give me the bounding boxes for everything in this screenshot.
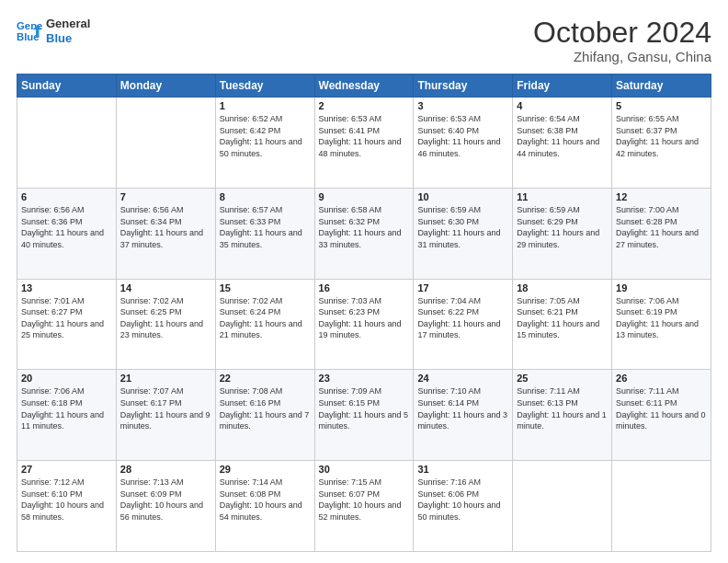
day-number: 23 [319,373,410,384]
calendar-cell: 1Sunrise: 6:52 AMSunset: 6:42 PMDaylight… [215,98,314,189]
cell-info: Sunrise: 7:05 AMSunset: 6:21 PMDaylight:… [517,295,608,341]
cell-info: Sunrise: 6:56 AMSunset: 6:36 PMDaylight:… [21,204,112,250]
cell-info: Sunrise: 7:04 AMSunset: 6:22 PMDaylight:… [417,295,508,341]
calendar-cell: 9Sunrise: 6:58 AMSunset: 6:32 PMDaylight… [314,188,414,279]
calendar-cell: 31Sunrise: 7:16 AMSunset: 6:06 PMDayligh… [414,461,513,552]
calendar-cell: 17Sunrise: 7:04 AMSunset: 6:22 PMDayligh… [414,279,513,370]
cell-info: Sunrise: 7:03 AMSunset: 6:23 PMDaylight:… [319,295,410,341]
day-header-saturday: Saturday [612,75,711,98]
cell-info: Sunrise: 7:06 AMSunset: 6:18 PMDaylight:… [21,385,112,431]
cell-info: Sunrise: 6:53 AMSunset: 6:40 PMDaylight:… [417,113,508,159]
calendar-cell: 12Sunrise: 7:00 AMSunset: 6:28 PMDayligh… [612,188,711,279]
cell-info: Sunrise: 6:58 AMSunset: 6:32 PMDaylight:… [319,204,410,250]
day-number: 8 [220,191,311,202]
day-number: 1 [220,100,311,111]
cell-info: Sunrise: 7:07 AMSunset: 6:17 PMDaylight:… [120,385,211,431]
calendar-header-row: SundayMondayTuesdayWednesdayThursdayFrid… [17,75,711,98]
week-row-3: 13Sunrise: 7:01 AMSunset: 6:27 PMDayligh… [17,279,711,370]
calendar-cell: 5Sunrise: 6:55 AMSunset: 6:37 PMDaylight… [612,98,711,189]
week-row-1: 1Sunrise: 6:52 AMSunset: 6:42 PMDaylight… [17,98,711,189]
logo-icon: General Blue [17,18,42,44]
cell-info: Sunrise: 7:08 AMSunset: 6:16 PMDaylight:… [220,385,311,431]
calendar-cell: 29Sunrise: 7:14 AMSunset: 6:08 PMDayligh… [215,461,314,552]
cell-info: Sunrise: 7:06 AMSunset: 6:19 PMDaylight:… [616,295,707,341]
calendar-cell: 30Sunrise: 7:15 AMSunset: 6:07 PMDayligh… [314,461,414,552]
day-number: 11 [517,191,608,202]
calendar-cell: 24Sunrise: 7:10 AMSunset: 6:14 PMDayligh… [414,370,513,461]
title-block: October 2024 Zhifang, Gansu, China [533,17,711,64]
cell-info: Sunrise: 7:11 AMSunset: 6:11 PMDaylight:… [616,385,707,431]
cell-info: Sunrise: 7:09 AMSunset: 6:15 PMDaylight:… [319,385,410,431]
day-number: 15 [220,282,311,293]
week-row-4: 20Sunrise: 7:06 AMSunset: 6:18 PMDayligh… [17,370,711,461]
day-number: 6 [21,191,112,202]
day-number: 10 [417,191,508,202]
day-number: 5 [616,100,707,111]
calendar-cell [612,461,711,552]
cell-info: Sunrise: 7:13 AMSunset: 6:09 PMDaylight:… [120,477,211,523]
cell-info: Sunrise: 7:01 AMSunset: 6:27 PMDaylight:… [21,295,112,341]
day-header-sunday: Sunday [17,75,117,98]
calendar-cell: 7Sunrise: 6:56 AMSunset: 6:34 PMDaylight… [116,188,215,279]
day-number: 30 [319,464,410,475]
cell-info: Sunrise: 6:59 AMSunset: 6:30 PMDaylight:… [417,204,508,250]
day-number: 28 [120,464,211,475]
calendar-cell: 19Sunrise: 7:06 AMSunset: 6:19 PMDayligh… [612,279,711,370]
cell-info: Sunrise: 6:57 AMSunset: 6:33 PMDaylight:… [220,204,311,250]
month-title: October 2024 [533,17,711,49]
calendar-cell: 18Sunrise: 7:05 AMSunset: 6:21 PMDayligh… [513,279,612,370]
day-number: 19 [616,282,707,293]
header: General Blue General Blue October 2024 Z… [17,17,711,64]
calendar-cell [116,98,215,189]
calendar-cell: 25Sunrise: 7:11 AMSunset: 6:13 PMDayligh… [513,370,612,461]
cell-info: Sunrise: 6:52 AMSunset: 6:42 PMDaylight:… [220,113,311,159]
day-number: 7 [120,191,211,202]
calendar-cell: 8Sunrise: 6:57 AMSunset: 6:33 PMDaylight… [215,188,314,279]
day-number: 31 [417,464,508,475]
calendar-table: SundayMondayTuesdayWednesdayThursdayFrid… [17,74,711,552]
day-number: 9 [319,191,410,202]
cell-info: Sunrise: 7:12 AMSunset: 6:10 PMDaylight:… [21,477,112,523]
calendar-cell: 15Sunrise: 7:02 AMSunset: 6:24 PMDayligh… [215,279,314,370]
day-header-tuesday: Tuesday [215,75,314,98]
calendar-cell: 27Sunrise: 7:12 AMSunset: 6:10 PMDayligh… [17,461,117,552]
cell-info: Sunrise: 7:15 AMSunset: 6:07 PMDaylight:… [319,477,410,523]
cell-info: Sunrise: 7:00 AMSunset: 6:28 PMDaylight:… [616,204,707,250]
cell-info: Sunrise: 7:02 AMSunset: 6:25 PMDaylight:… [120,295,211,341]
calendar-cell: 11Sunrise: 6:59 AMSunset: 6:29 PMDayligh… [513,188,612,279]
logo-line2: Blue [46,31,90,46]
day-header-monday: Monday [116,75,215,98]
day-number: 21 [120,373,211,384]
calendar-cell: 21Sunrise: 7:07 AMSunset: 6:17 PMDayligh… [116,370,215,461]
day-header-friday: Friday [513,75,612,98]
calendar-cell: 10Sunrise: 6:59 AMSunset: 6:30 PMDayligh… [414,188,513,279]
calendar-cell: 14Sunrise: 7:02 AMSunset: 6:25 PMDayligh… [116,279,215,370]
week-row-5: 27Sunrise: 7:12 AMSunset: 6:10 PMDayligh… [17,461,711,552]
day-number: 29 [220,464,311,475]
day-number: 14 [120,282,211,293]
cell-info: Sunrise: 6:55 AMSunset: 6:37 PMDaylight:… [616,113,707,159]
day-number: 3 [417,100,508,111]
calendar-cell: 16Sunrise: 7:03 AMSunset: 6:23 PMDayligh… [314,279,414,370]
calendar-cell: 4Sunrise: 6:54 AMSunset: 6:38 PMDaylight… [513,98,612,189]
day-number: 25 [517,373,608,384]
calendar-cell: 26Sunrise: 7:11 AMSunset: 6:11 PMDayligh… [612,370,711,461]
calendar-cell: 20Sunrise: 7:06 AMSunset: 6:18 PMDayligh… [17,370,117,461]
cell-info: Sunrise: 6:54 AMSunset: 6:38 PMDaylight:… [517,113,608,159]
cell-info: Sunrise: 7:02 AMSunset: 6:24 PMDaylight:… [220,295,311,341]
logo-line1: General [46,17,90,31]
day-number: 16 [319,282,410,293]
calendar-cell: 3Sunrise: 6:53 AMSunset: 6:40 PMDaylight… [414,98,513,189]
logo: General Blue General Blue [17,17,90,45]
day-number: 20 [21,373,112,384]
day-number: 17 [417,282,508,293]
day-header-wednesday: Wednesday [314,75,414,98]
calendar-cell: 23Sunrise: 7:09 AMSunset: 6:15 PMDayligh… [314,370,414,461]
cell-info: Sunrise: 7:11 AMSunset: 6:13 PMDaylight:… [517,385,608,431]
day-number: 26 [616,373,707,384]
page: General Blue General Blue October 2024 Z… [0,0,728,563]
week-row-2: 6Sunrise: 6:56 AMSunset: 6:36 PMDaylight… [17,188,711,279]
calendar-cell: 28Sunrise: 7:13 AMSunset: 6:09 PMDayligh… [116,461,215,552]
day-number: 13 [21,282,112,293]
day-number: 24 [417,373,508,384]
